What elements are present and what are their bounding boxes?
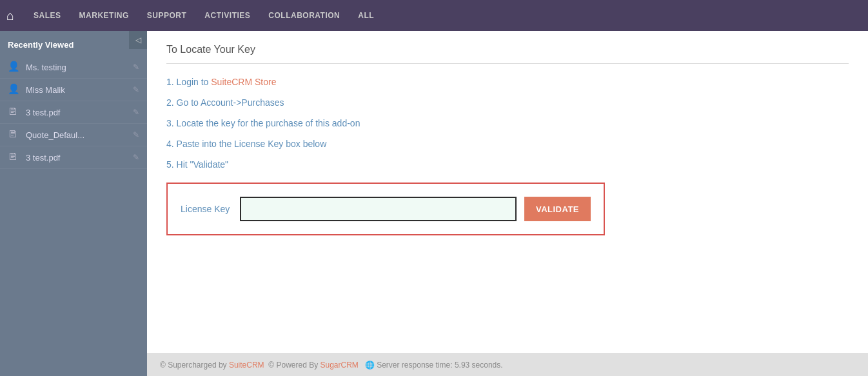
panel-title: To Locate Your Key <box>166 44 849 64</box>
supercharged-text: © Supercharged by <box>160 361 229 370</box>
sidebar-collapse-button[interactable]: ◁ <box>129 31 147 49</box>
content-area: To Locate Your Key 1. Login to SuiteCRM … <box>147 31 868 376</box>
document-icon: 🖹 <box>8 128 21 141</box>
separator: © Powered By <box>266 361 321 370</box>
sugarcrm-footer-link[interactable]: SugarCRM <box>320 361 358 370</box>
sidebar-item-label: Miss Malik <box>26 85 133 95</box>
sidebar-item-quote-default[interactable]: 🖹 Quote_Defaul... ✎ <box>0 124 147 146</box>
sidebar-item-ms-testing[interactable]: 👤 Ms. testing ✎ <box>0 56 147 79</box>
nav-all[interactable]: ALL <box>358 11 374 20</box>
sidebar: ◁ Recently Viewed 👤 Ms. testing ✎ 👤 Miss… <box>0 31 147 376</box>
content-panel: To Locate Your Key 1. Login to SuiteCRM … <box>147 31 868 353</box>
document-icon: 🖹 <box>8 106 21 119</box>
instruction-step-4: 4. Paste into the License Key box below <box>166 139 849 149</box>
person-icon: 👤 <box>8 61 21 74</box>
license-key-input[interactable] <box>240 197 517 221</box>
sidebar-item-label: Quote_Defaul... <box>26 130 133 140</box>
person-icon: 👤 <box>8 83 21 96</box>
step-2-text: 2. Go to Account->Purchases <box>166 97 284 108</box>
edit-icon[interactable]: ✎ <box>133 85 139 94</box>
sidebar-item-3test-pdf-1[interactable]: 🖹 3 test.pdf ✎ <box>0 101 147 124</box>
footer: © Supercharged by SuiteCRM © Powered By … <box>147 353 868 376</box>
recently-viewed-title: Recently Viewed <box>0 31 147 56</box>
nav-activities[interactable]: ACTIVITIES <box>204 11 250 20</box>
sidebar-item-miss-malik[interactable]: 👤 Miss Malik ✎ <box>0 79 147 101</box>
instruction-step-5: 5. Hit "Validate" <box>166 159 849 170</box>
suitecrm-footer-link[interactable]: SuiteCRM <box>229 361 264 370</box>
edit-icon[interactable]: ✎ <box>133 63 139 72</box>
validate-button[interactable]: VALIDATE <box>524 197 591 221</box>
license-key-label: License Key <box>181 204 232 214</box>
suitecrm-store-link[interactable]: SuiteCRM Store <box>211 77 276 87</box>
edit-icon[interactable]: ✎ <box>133 108 139 117</box>
top-navigation: ⌂ SALES MARKETING SUPPORT ACTIVITIES COL… <box>0 0 868 31</box>
instruction-step-2: 2. Go to Account->Purchases <box>166 97 849 108</box>
server-time: 🌐 Server response time: 5.93 seconds. <box>360 361 502 370</box>
sidebar-item-3test-pdf-2[interactable]: 🖹 3 test.pdf ✎ <box>0 146 147 169</box>
sidebar-item-label: Ms. testing <box>26 63 133 72</box>
nav-collaboration[interactable]: COLLABORATION <box>268 11 340 20</box>
edit-icon[interactable]: ✎ <box>133 130 139 139</box>
document-icon: 🖹 <box>8 151 21 164</box>
step-3-text: 3. Locate the key for the purchase of th… <box>166 118 360 128</box>
sidebar-item-label: 3 test.pdf <box>26 108 133 117</box>
step-5-text: 5. Hit "Validate" <box>166 159 228 170</box>
sidebar-item-label: 3 test.pdf <box>26 153 133 163</box>
edit-icon[interactable]: ✎ <box>133 153 139 162</box>
instructions-list: 1. Login to SuiteCRM Store 2. Go to Acco… <box>166 77 849 170</box>
nav-marketing[interactable]: MARKETING <box>79 11 129 20</box>
nav-support[interactable]: SUPPORT <box>147 11 187 20</box>
step-1-text: 1. Login to <box>166 77 211 87</box>
step-4-text: 4. Paste into the License Key box below <box>166 139 326 149</box>
license-section: License Key VALIDATE <box>166 183 605 235</box>
instruction-step-1: 1. Login to SuiteCRM Store <box>166 77 849 87</box>
instruction-step-3: 3. Locate the key for the purchase of th… <box>166 118 849 128</box>
main-layout: ◁ Recently Viewed 👤 Ms. testing ✎ 👤 Miss… <box>0 31 868 376</box>
home-icon[interactable]: ⌂ <box>6 8 14 23</box>
nav-sales[interactable]: SALES <box>34 11 61 20</box>
